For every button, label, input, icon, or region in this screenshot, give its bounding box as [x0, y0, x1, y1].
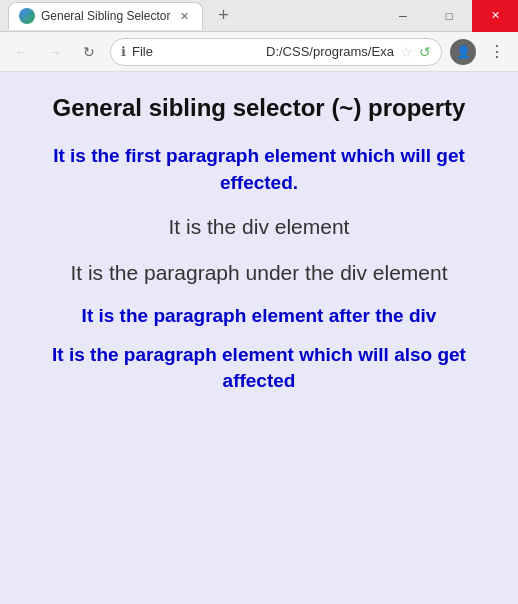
- tab-close-button[interactable]: ✕: [176, 8, 192, 24]
- window-controls: ─ □ ✕: [380, 0, 518, 32]
- minimize-button[interactable]: ─: [380, 0, 426, 32]
- profile-icon: 👤: [456, 45, 471, 59]
- new-tab-button[interactable]: +: [209, 2, 237, 30]
- paragraph-2: It is the div element: [169, 212, 350, 241]
- address-url: D:/CSS/programs/Exam...: [266, 44, 394, 59]
- reload-button[interactable]: ↻: [76, 39, 102, 65]
- close-button[interactable]: ✕: [472, 0, 518, 32]
- profile-button[interactable]: 👤: [450, 39, 476, 65]
- star-icon[interactable]: ☆: [400, 44, 413, 60]
- maximize-button[interactable]: □: [426, 0, 472, 32]
- address-file-label: File: [132, 44, 260, 59]
- address-bar: ← → ↻ ℹ File D:/CSS/programs/Exam... ☆ ↺…: [0, 32, 518, 72]
- info-icon: ℹ: [121, 44, 126, 59]
- paragraph-5: It is the paragraph element which will a…: [30, 342, 488, 395]
- back-button[interactable]: ←: [8, 39, 34, 65]
- menu-button[interactable]: ⋮: [484, 39, 510, 65]
- page-content: General sibling selector (~) property It…: [0, 72, 518, 604]
- title-bar-left: General Sibling Selector ✕ +: [8, 2, 237, 30]
- paragraph-4: It is the paragraph element after the di…: [82, 303, 437, 330]
- tab-title: General Sibling Selector: [41, 9, 170, 23]
- paragraph-3: It is the paragraph under the div elemen…: [70, 258, 447, 287]
- tab-favicon-icon: [19, 8, 35, 24]
- chrome-reload-icon[interactable]: ↺: [419, 44, 431, 60]
- title-bar: General Sibling Selector ✕ + ─ □ ✕: [0, 0, 518, 32]
- browser-tab[interactable]: General Sibling Selector ✕: [8, 2, 203, 30]
- page-heading: General sibling selector (~) property: [53, 92, 466, 123]
- forward-button[interactable]: →: [42, 39, 68, 65]
- paragraph-1: It is the first paragraph element which …: [30, 143, 488, 196]
- address-input-wrap[interactable]: ℹ File D:/CSS/programs/Exam... ☆ ↺: [110, 38, 442, 66]
